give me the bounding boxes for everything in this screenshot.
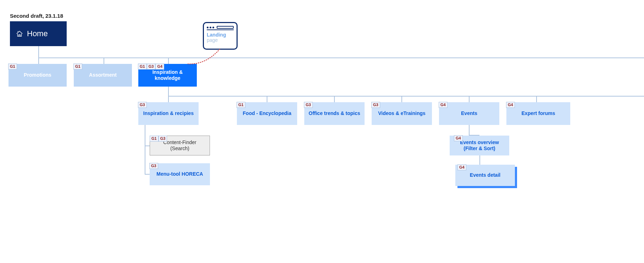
- connector: [168, 87, 169, 97]
- tag: G1: [150, 136, 159, 142]
- node-tags: G3: [371, 102, 380, 108]
- landing-line1: Landing: [207, 32, 234, 38]
- node-tags: G1: [73, 64, 82, 70]
- connector: [168, 96, 169, 102]
- node-promotions[interactable]: G1 Promotions: [9, 64, 67, 87]
- connector: [104, 57, 104, 64]
- node-food-encyclopedia[interactable]: G1 Food - Encyclopedia: [237, 102, 297, 125]
- node-label: Office trends & topics: [305, 110, 363, 117]
- node-expert-forums[interactable]: G4 Expert forums: [506, 102, 570, 125]
- node-events-overview[interactable]: G4 Events overview (Filter & Sort): [450, 136, 509, 155]
- tag: G3: [304, 102, 313, 108]
- node-content-finder[interactable]: G1 G3 Content-Finder (Search): [150, 136, 210, 155]
- tag: G1: [237, 102, 245, 108]
- node-tags: G3: [149, 163, 158, 169]
- sitemap-canvas: Second draft, 23.1.18 Home Landing page …: [0, 0, 644, 263]
- connector: [479, 155, 480, 165]
- connector: [469, 96, 470, 102]
- node-tags: G4: [506, 102, 515, 108]
- node-tags: G4: [457, 164, 466, 170]
- connector: [168, 57, 169, 64]
- connector: [536, 96, 537, 102]
- connector: [267, 96, 267, 102]
- node-tags: G1 G3 G4: [138, 64, 164, 70]
- tag: G1: [73, 64, 82, 70]
- tag: G4: [454, 135, 463, 141]
- node-label: Menu-tool HORECA: [153, 171, 206, 177]
- node-events[interactable]: G4 Events: [439, 102, 499, 125]
- connector: [38, 57, 644, 58]
- node-tags: G3: [304, 102, 313, 108]
- node-tags: G1 G3: [150, 136, 167, 142]
- node-tags: G3: [138, 102, 147, 108]
- landing-line2: page: [207, 38, 234, 43]
- tag: G4: [457, 164, 466, 170]
- page-title: Second draft, 23.1.18: [10, 13, 63, 19]
- node-tags: G4: [454, 135, 463, 141]
- node-label: Inspiration & knowledge: [138, 69, 197, 82]
- node-assortment[interactable]: G1 Assortment: [74, 64, 132, 87]
- node-inspiration-recipies[interactable]: G3 Inspiration & recipies: [138, 102, 199, 125]
- connector: [334, 96, 335, 102]
- connector: [469, 125, 470, 136]
- node-label: Expert forums: [518, 110, 559, 117]
- tag: G1: [138, 64, 147, 70]
- node-videos-etrainings[interactable]: G3 Videos & eTrainings: [372, 102, 432, 125]
- node-tags: G1: [237, 102, 245, 108]
- node-events-detail[interactable]: G4 Events detail: [455, 165, 515, 186]
- node-label: Events: [457, 110, 481, 117]
- node-tags: G1: [8, 64, 17, 70]
- node-label: Events detail: [466, 172, 504, 179]
- node-label: Inspiration & recipies: [140, 110, 197, 117]
- tag: G3: [149, 163, 158, 169]
- tag: G4: [439, 102, 448, 108]
- connector: [145, 174, 150, 175]
- connector: [145, 125, 145, 175]
- node-menu-tool-horeca[interactable]: G3 Menu-tool HORECA: [150, 163, 210, 185]
- tag: G3: [138, 102, 147, 108]
- tag: G3: [371, 102, 380, 108]
- node-home[interactable]: Home: [10, 21, 67, 46]
- connector: [168, 96, 644, 97]
- tag: G4: [506, 102, 515, 108]
- home-icon: [16, 30, 23, 37]
- tag: G4: [155, 64, 164, 70]
- tag: G3: [147, 64, 156, 70]
- connector: [38, 57, 39, 64]
- node-office-trends[interactable]: G3 Office trends & topics: [304, 102, 365, 125]
- landing-page-callout: Landing page: [203, 22, 238, 50]
- connector: [401, 96, 402, 102]
- node-inspiration-knowledge[interactable]: G1 G3 G4 Inspiration & knowledge: [138, 64, 197, 87]
- node-label: Videos & eTrainings: [374, 110, 429, 117]
- tag: G3: [159, 136, 167, 142]
- connector: [38, 46, 39, 58]
- node-label: Promotions: [21, 72, 54, 78]
- browser-chrome-icon: [207, 25, 234, 30]
- connector: [145, 146, 150, 146]
- tag: G1: [8, 64, 17, 70]
- node-tags: G4: [439, 102, 448, 108]
- node-home-label: Home: [27, 29, 48, 38]
- node-label: Food - Encyclopedia: [239, 110, 295, 117]
- node-label: Assortment: [86, 72, 120, 78]
